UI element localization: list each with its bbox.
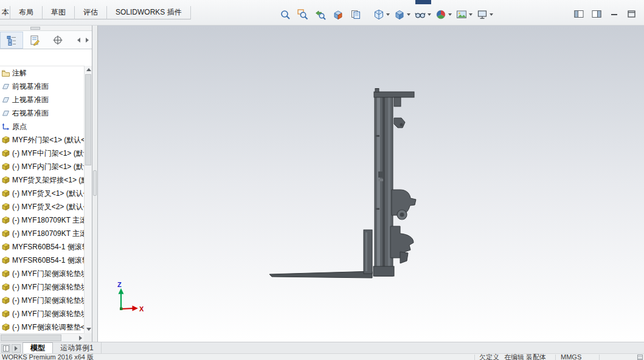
define-state-text: 欠定义 [479, 354, 499, 360]
pane-left-button[interactable] [573, 8, 585, 20]
tree-item-label: 注解 [12, 68, 27, 78]
tree-item-component[interactable]: MYF货叉架焊接<1> (默 [0, 173, 85, 187]
dropdown-caret[interactable] [407, 13, 410, 16]
tree-item-label: (-) MYF货叉<1> (默认< [12, 189, 85, 199]
magnifier-back-arrow-icon [315, 9, 326, 20]
property-page-icon [29, 35, 40, 46]
hide-show-items-button[interactable] [414, 7, 432, 22]
scene-canvas: Z X [98, 26, 644, 342]
model-forklift-mast[interactable] [269, 89, 416, 279]
motion-study-tab[interactable]: 运动算例1 [53, 342, 102, 353]
manager-tab-strip [0, 31, 92, 49]
plane-icon [1, 95, 10, 104]
tabs-scroll-left-button[interactable] [74, 34, 83, 46]
annotations-icon [1, 69, 10, 77]
view-settings-button[interactable] [476, 7, 494, 22]
tree-item-component[interactable]: (-) MYF门架侧滚轮垫块< [0, 294, 85, 307]
edit-state-text: 在编辑 装配体 [504, 354, 546, 360]
tree-item-right-plane[interactable]: 右视基准面 [0, 106, 85, 120]
zoom-to-area-button[interactable] [295, 7, 311, 22]
component-icon [1, 269, 10, 278]
graphics-area[interactable]: Z X [98, 26, 644, 342]
tree-item-label: (-) MYF内门架<1> (默认<< [12, 162, 85, 172]
tree-item-component[interactable]: (-) MYF货叉<2> (默认< [0, 200, 85, 213]
tree-horizontal-scrollbar[interactable] [0, 333, 85, 342]
3d-drawing-view-button[interactable] [348, 7, 364, 22]
pane-right-button[interactable] [590, 8, 603, 20]
origin-icon [1, 122, 10, 131]
component-icon [1, 216, 10, 224]
tree-item-component[interactable]: (-) MYF门架侧滚轮垫块< [0, 280, 85, 294]
tree-item-component[interactable]: (-) MYF内门架<1> (默认<< [0, 160, 85, 173]
splitter-grip[interactable] [93, 170, 97, 196]
tree-item-component[interactable]: (-) MYF门架侧滚轮垫块< [0, 267, 85, 280]
tab-evaluate[interactable]: 评估 [75, 6, 107, 19]
component-icon [1, 202, 10, 211]
dropdown-caret[interactable] [469, 13, 473, 16]
display-style-button[interactable] [393, 7, 412, 22]
apply-scene-button[interactable] [455, 7, 474, 22]
scrollbar-thumb[interactable] [1, 334, 61, 341]
propertymanager-tab[interactable] [23, 32, 46, 49]
tree-item-annotations[interactable]: 注解 [0, 66, 85, 80]
tree-item-top-plane[interactable]: 上视基准面 [0, 93, 85, 106]
restore-button[interactable] [626, 8, 638, 20]
model-tab[interactable]: 模型 [23, 342, 53, 353]
feature-tree: 注解 前视基准面 上视基准面 右视基准面 原点 MYF外门架<1> (默认<< … [0, 66, 85, 333]
tree-item-label: MYF外门架<1> (默认<< [12, 135, 85, 145]
tree-item-component[interactable]: (-) MYF180709KT 主滚轮 [0, 213, 85, 227]
tree-item-label: MYFSR60B54-1 侧滚轮 [12, 242, 85, 252]
tab-layout[interactable]: 布局 [10, 6, 43, 19]
panel-viewport-splitter[interactable] [92, 26, 98, 342]
tree-item-label: MYFSR60B54-1 侧滚轮 [12, 255, 85, 266]
minimize-button[interactable] [608, 8, 620, 20]
configurationmanager-tab[interactable] [46, 32, 69, 49]
view-orientation-button[interactable] [372, 7, 391, 22]
app-version-text: WORKS Premium 2016 x64 版 [2, 354, 94, 360]
dropdown-caret[interactable] [386, 13, 390, 16]
section-view-button[interactable] [330, 7, 346, 22]
previous-view-button[interactable] [313, 7, 328, 22]
tree-item-origin[interactable]: 原点 [0, 120, 85, 133]
scrollbar-thumb[interactable] [85, 74, 91, 165]
panel-top-splitter[interactable] [0, 26, 92, 31]
study-nav-icon[interactable] [12, 344, 21, 353]
zoom-to-fit-button[interactable] [277, 7, 293, 22]
tree-item-label: (-) MYF门架侧滚轮垫块< [12, 269, 85, 279]
dropdown-caret[interactable] [490, 13, 493, 16]
tab-label: 评估 [83, 7, 98, 18]
tree-item-component[interactable]: MYFSR60B54-1 侧滚轮 [0, 240, 85, 254]
units-text[interactable]: MMGS [561, 354, 581, 360]
tree-item-component[interactable]: MYFSR60B54-1 侧滚轮 [0, 254, 85, 267]
component-icon [1, 243, 10, 251]
tree-item-label: 右视基准面 [12, 108, 49, 119]
tree-item-label: (-) MYF货叉<2> (默认< [12, 202, 85, 212]
dropdown-caret[interactable] [448, 13, 452, 16]
edit-appearance-button[interactable] [434, 7, 453, 22]
tab-solidworks-addins[interactable]: SOLIDWORKS 插件 [107, 6, 191, 19]
magnifier-icon [280, 9, 291, 20]
splitter-grip[interactable] [30, 27, 40, 30]
tree-item-label: 前视基准面 [12, 81, 49, 92]
tree-item-component[interactable]: (-) MYF中门架<1> (默认 [0, 147, 85, 160]
tabs-scroll-right-button[interactable] [83, 34, 91, 46]
featuremanager-tree-tab[interactable] [0, 32, 23, 49]
tree-item-component[interactable]: (-) MYF180709KT 主滚轮 [0, 227, 85, 240]
tree-item-component[interactable]: MYF外门架<1> (默认<< [0, 133, 85, 147]
status-divider [474, 355, 475, 360]
dropdown-caret[interactable] [428, 13, 431, 16]
tree-item-component[interactable]: (-) MYF货叉<1> (默认< [0, 187, 85, 200]
tree-item-front-plane[interactable]: 前视基准面 [0, 80, 85, 93]
left-arrow-icon [77, 38, 80, 43]
tab-assembly[interactable]: 本 [0, 6, 10, 19]
splitbar-icon[interactable] [1, 344, 10, 353]
tab-scroll-arrows [74, 34, 92, 46]
scroll-down-button[interactable] [85, 325, 92, 333]
view-cube-icon [373, 9, 384, 20]
component-icon [1, 229, 10, 238]
tree-item-component[interactable]: (-) MYF侧滚轮调整垫<1> [0, 320, 85, 333]
tree-vertical-scrollbar[interactable] [84, 66, 92, 333]
scroll-up-button[interactable] [85, 66, 92, 74]
tab-sketch[interactable]: 草图 [43, 6, 75, 19]
tree-item-component[interactable]: (-) MYF门架侧滚轮垫块< [0, 307, 85, 320]
